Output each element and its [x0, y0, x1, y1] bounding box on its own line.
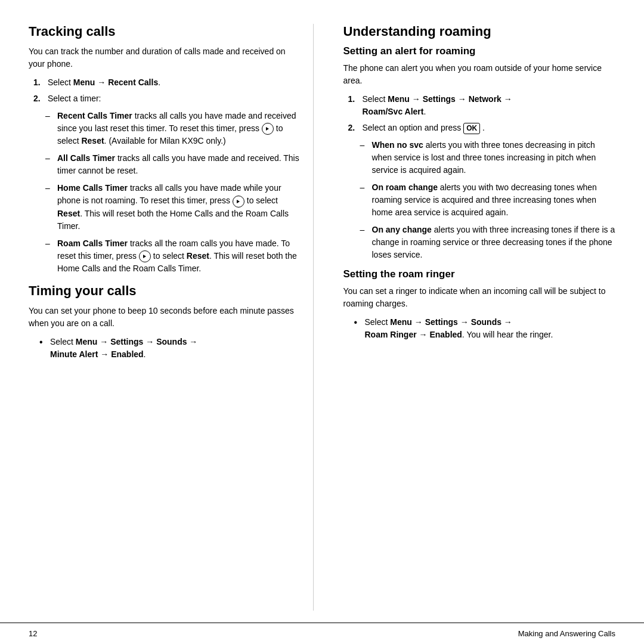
dash6: –: [360, 181, 369, 194]
timing-bullet-item: • Select Menu → Settings → Sounds →Minut…: [39, 336, 301, 361]
dash3: –: [45, 182, 54, 194]
alert-step2: 2. Select an option and press OK .: [348, 122, 616, 134]
when-no-svc-bold: When no svc: [372, 140, 423, 150]
alert-step1-text: Select Menu → Settings → Network →Roam/S…: [363, 93, 512, 118]
timer-item-roam: – Roam Calls Timer tracks all the roam c…: [45, 237, 301, 275]
timing-bullet-text: Select Menu → Settings → Sounds →Minute …: [50, 336, 197, 361]
dash7: –: [360, 224, 369, 236]
tracking-step2: 2. Select a timer:: [33, 92, 301, 105]
alert-step1: 1. Select Menu → Settings → Network →Roa…: [348, 93, 616, 118]
timing-calls-title: Timing your calls: [29, 283, 301, 299]
tracking-step1: 1. Select Menu → Recent Calls.: [33, 76, 301, 89]
all-calls-timer-bold: All Calls Timer: [57, 153, 115, 163]
tracking-calls-title: Tracking calls: [29, 24, 301, 39]
roam-ringer-subtitle: Setting the roam ringer: [343, 268, 616, 280]
timer-home-text: Home Calls Timer tracks all calls you ha…: [57, 182, 301, 232]
tracking-timer-list: – Recent Calls Timer tracks all calls yo…: [45, 110, 301, 275]
timer-item-home: – Home Calls Timer tracks all calls you …: [45, 182, 301, 232]
ok-button: OK: [463, 123, 480, 134]
step1-bold: Menu → Recent Calls: [73, 78, 158, 87]
timing-bullet-list: • Select Menu → Settings → Sounds →Minut…: [39, 336, 301, 361]
reset-bold-3: Reset: [187, 251, 209, 261]
dash4: –: [45, 237, 54, 250]
understanding-roaming-title: Understanding roaming: [343, 24, 616, 39]
bullet-1: •: [39, 336, 45, 349]
recent-calls-timer-bold: Recent Calls Timer: [57, 111, 132, 120]
on-any-change-bold: On any change: [372, 225, 432, 234]
home-calls-timer-bold: Home Calls Timer: [57, 183, 128, 193]
alert-step1-num: 1.: [348, 93, 359, 106]
alert-option-no-svc: – When no svc alerts you with three tone…: [360, 139, 616, 177]
timer-recent-text: Recent Calls Timer tracks all calls you …: [57, 110, 301, 147]
timer-all-text: All Calls Timer tracks all calls you hav…: [57, 152, 301, 177]
nav-button-2: [233, 196, 244, 208]
alert-intro: The phone can alert you when you roam ou…: [343, 62, 616, 87]
dash2: –: [45, 152, 54, 165]
on-roam-change-bold: On roam change: [372, 182, 438, 192]
timer-item-all: – All Calls Timer tracks all calls you h…: [45, 152, 301, 177]
step2-text: Select a timer:: [48, 92, 101, 105]
page-number: 12: [29, 629, 37, 638]
alert-step2-num: 2.: [348, 122, 359, 134]
ringer-bullet-item: • Select Menu → Settings → Sounds →Roam …: [354, 316, 616, 341]
timer-roam-text: Roam Calls Timer tracks all the roam cal…: [57, 237, 301, 275]
ringer-bullet-list: • Select Menu → Settings → Sounds →Roam …: [354, 316, 616, 341]
reset-bold-1: Reset: [81, 136, 104, 145]
timing-menu-bold: Menu → Settings → Sounds →Minute Alert →…: [50, 337, 197, 359]
nav-button-3: [139, 250, 151, 262]
alert-options-list: – When no svc alerts you with three tone…: [360, 139, 616, 261]
ringer-intro: You can set a ringer to indicate when an…: [343, 285, 616, 310]
reset-bold-2: Reset: [57, 209, 80, 218]
timing-intro: You can set your phone to beep 10 second…: [29, 305, 301, 330]
when-no-svc-text: When no svc alerts you with three tones …: [372, 139, 616, 177]
alert-numbered-list: 1. Select Menu → Settings → Network →Roa…: [348, 93, 616, 134]
section-title: Making and Answering Calls: [518, 629, 615, 638]
tracking-intro: You can track the number and duration of…: [29, 45, 301, 70]
page: Tracking calls You can track the number …: [0, 0, 644, 644]
dash1: –: [45, 110, 54, 122]
step2-num: 2.: [33, 92, 44, 105]
on-any-change-text: On any change alerts you with three incr…: [372, 224, 616, 261]
alert-roaming-subtitle: Setting an alert for roaming: [343, 45, 616, 57]
ringer-menu-bold: Menu → Settings → Sounds →Roam Ringer → …: [365, 317, 512, 339]
alert-step2-text: Select an option and press OK .: [363, 122, 485, 134]
footer: 12 Making and Answering Calls: [0, 623, 644, 644]
alert-option-any-change: – On any change alerts you with three in…: [360, 224, 616, 261]
left-column: Tracking calls You can track the number …: [29, 24, 314, 611]
right-column: Understanding roaming Setting an alert f…: [338, 24, 616, 611]
alert-step1-bold: Menu → Settings → Network →Roam/Svc Aler…: [363, 94, 512, 116]
ringer-bullet-text: Select Menu → Settings → Sounds →Roam Ri…: [365, 316, 553, 341]
bullet-2: •: [354, 316, 360, 329]
content-area: Tracking calls You can track the number …: [0, 0, 644, 623]
timer-item-recent: – Recent Calls Timer tracks all calls yo…: [45, 110, 301, 147]
roam-calls-timer-bold: Roam Calls Timer: [57, 239, 128, 248]
alert-option-roam-change: – On roam change alerts you with two dec…: [360, 181, 616, 219]
tracking-numbered-list: 1. Select Menu → Recent Calls. 2. Select…: [33, 76, 301, 105]
on-roam-change-text: On roam change alerts you with two decre…: [372, 181, 616, 219]
nav-button-1: [262, 123, 274, 135]
dash5: –: [360, 139, 369, 151]
step1-text: Select Menu → Recent Calls.: [48, 76, 160, 89]
step1-num: 1.: [33, 76, 44, 89]
